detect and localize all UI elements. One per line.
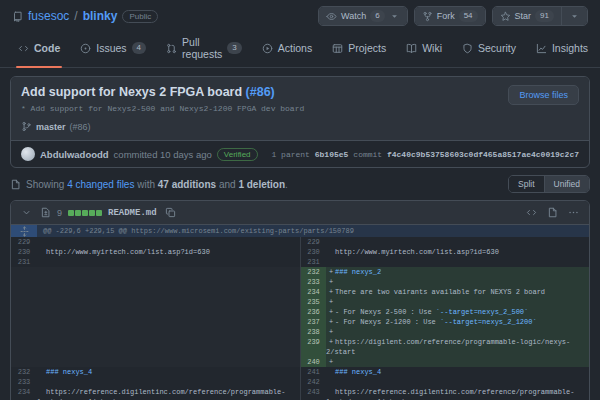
parent-hash-link[interactable]: 6b105e5	[315, 150, 349, 159]
hunk-context: https://www.microsemi.com/existing-parts…	[131, 227, 354, 235]
diff-line-number[interactable]: 233	[11, 377, 37, 387]
code-segment: http://www.myirtech.com/list.asp?id=630	[335, 248, 499, 256]
eye-icon	[326, 11, 337, 22]
caret-down-icon	[569, 11, 580, 22]
diff-line-number[interactable]: 232	[11, 367, 37, 377]
changed-files-link[interactable]: 4 changed files	[67, 179, 134, 190]
unified-view-button[interactable]: Unified	[544, 176, 589, 192]
tab-label: Issues	[96, 42, 126, 54]
expand-hunk-button[interactable]	[11, 225, 37, 237]
diff-line-number[interactable]: 231	[11, 257, 37, 267]
diff-line-number[interactable]: 236	[300, 307, 326, 317]
summary-conj: and	[219, 179, 236, 190]
diff-line-number[interactable]: 240	[300, 357, 326, 367]
code-segment: There are two vairants available for NEX…	[335, 288, 545, 296]
tab-issues[interactable]: Issues 4	[72, 30, 154, 67]
diff-line-content: +	[326, 327, 589, 337]
deletions-count: 1 deletion	[238, 179, 285, 190]
diff-line-sign: +	[326, 307, 335, 317]
code-segment: https://reference.digilentinc.com/refere…	[37, 388, 285, 400]
diff-line-number[interactable]: 230	[300, 247, 326, 257]
tab-wiki[interactable]: Wiki	[398, 30, 450, 67]
tab-projects[interactable]: Projects	[324, 30, 394, 67]
tab-label: Pull requests	[182, 36, 222, 60]
file-name-link[interactable]: README.md	[108, 208, 157, 218]
file-options-button[interactable]	[566, 205, 581, 220]
issue-opened-icon	[80, 43, 91, 54]
star-dropdown-button[interactable]	[561, 7, 587, 25]
diff-row: 230 http://www.myirtech.com/list.asp?id=…	[11, 247, 589, 257]
repo-name-link[interactable]: blinky	[83, 9, 118, 23]
diff-row: 237+- For Nexys 2-1200 : Use `--target=n…	[11, 317, 589, 327]
split-view-button[interactable]: Split	[509, 176, 544, 192]
copy-path-button[interactable]	[163, 205, 178, 220]
hunk-header-row: @@ -229,6 +229,15 @@ https://www.microse…	[11, 225, 589, 237]
diff-line-number[interactable]: 235	[300, 297, 326, 307]
watch-button[interactable]: Watch 6	[319, 7, 407, 25]
diff-line-sign: +	[326, 327, 335, 337]
diff-line-number[interactable]: 241	[300, 367, 326, 377]
tab-actions[interactable]: Actions	[254, 30, 320, 67]
commit-author-link[interactable]: Abdulwadoodd	[40, 149, 109, 160]
watch-label: Watch	[341, 11, 366, 21]
diff-line-content: https://reference.digilentinc.com/refere…	[326, 387, 589, 400]
star-button[interactable]: Star 91	[493, 7, 561, 25]
watch-count: 6	[370, 10, 384, 22]
diff-line-sign	[37, 387, 46, 397]
view-code-button[interactable]	[524, 205, 539, 220]
parent-label: 1 parent	[272, 150, 310, 159]
tab-code[interactable]: Code	[10, 30, 68, 67]
diff-line-number[interactable]: 231	[300, 257, 326, 267]
diff-line-number[interactable]: 233	[300, 277, 326, 287]
diff-line-number[interactable]: 242	[300, 377, 326, 387]
file-diff-icon	[40, 207, 51, 218]
diff-line-number[interactable]: 232	[300, 267, 326, 277]
diff-line-number	[11, 337, 37, 357]
diff-line-number[interactable]: 243	[300, 387, 326, 400]
diff-line-content	[37, 337, 300, 357]
diff-line-content	[37, 297, 300, 307]
avatar[interactable]	[21, 147, 35, 161]
verified-badge[interactable]: Verified	[217, 148, 258, 161]
diff-line-number[interactable]: 234	[300, 287, 326, 297]
branch-name[interactable]: master	[36, 122, 66, 132]
diff-line-number[interactable]: 229	[300, 237, 326, 247]
diff-line-number[interactable]: 229	[11, 237, 37, 247]
copy-icon	[165, 207, 176, 218]
file-icon	[547, 207, 558, 218]
view-file-button[interactable]	[545, 205, 560, 220]
diff-line-content	[37, 327, 300, 337]
tab-insights[interactable]: Insights	[528, 30, 596, 67]
repo-breadcrumb: fusesoc / blinky Public	[12, 9, 158, 23]
diff-row: 236+- For Nexys 2-500 : Use `--target=ne…	[11, 307, 589, 317]
tab-security[interactable]: Security	[454, 30, 524, 67]
code-segment: http://www.myirtech.com/list.asp?id=630	[46, 248, 210, 256]
diff-line-number[interactable]: 234	[11, 387, 37, 400]
diff-line-number[interactable]: 230	[11, 247, 37, 257]
fork-button[interactable]: Fork 54	[415, 7, 485, 25]
diff-line-number[interactable]: 239	[300, 337, 326, 357]
branch-row: master (#86)	[21, 121, 304, 132]
diff-line-number[interactable]: 238	[300, 327, 326, 337]
branch-pr-ref[interactable]: (#86)	[70, 122, 91, 132]
diff-line-content	[37, 357, 300, 367]
commit-title-text: Add support for Nexys 2 FPGA board	[21, 85, 246, 99]
unfold-icon	[19, 226, 30, 237]
diff-row: 235+	[11, 297, 589, 307]
code-segment: ### nexys_4	[335, 368, 381, 376]
visibility-badge: Public	[122, 10, 158, 23]
code-icon	[526, 207, 537, 218]
diffstat-square	[89, 210, 95, 216]
commit-message-block: Add support for Nexys 2 FPGA board (#86)…	[21, 85, 304, 132]
caret-down-icon	[389, 11, 400, 22]
commit-pr-link[interactable]: (#86)	[246, 85, 275, 99]
repo-owner-link[interactable]: fusesoc	[28, 9, 69, 23]
hunk-header-text: @@ -229,6 +229,15 @@ https://www.microse…	[37, 225, 589, 237]
diff-line-number	[11, 317, 37, 327]
browse-files-button[interactable]: Browse files	[508, 85, 579, 105]
diff-line-number[interactable]: 237	[300, 317, 326, 327]
collapse-file-button[interactable]	[19, 205, 34, 220]
tab-pull-requests[interactable]: Pull requests 3	[158, 30, 250, 67]
hunk-range: @@ -229,6 +229,15 @@	[43, 227, 127, 235]
diff-line-sign: +	[326, 297, 335, 307]
